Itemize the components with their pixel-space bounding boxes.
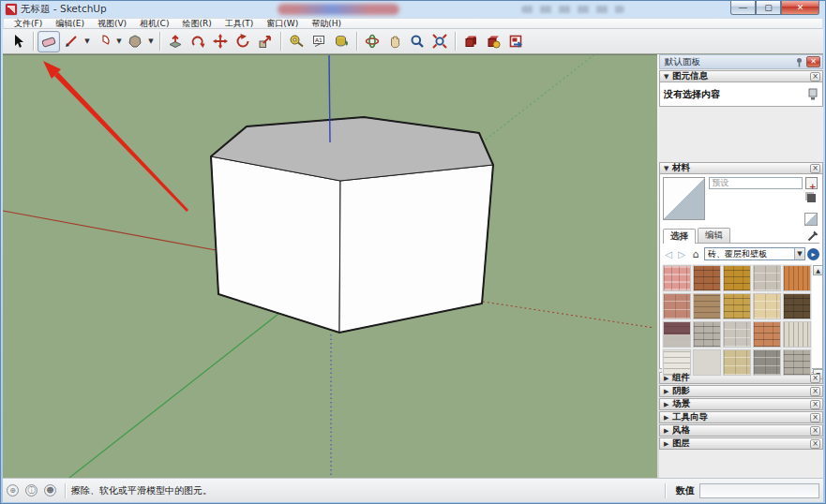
menu-item-edit[interactable]: 编辑(E) [49,18,91,30]
menu-item-window[interactable]: 窗口(W) [260,18,305,30]
components-section-header[interactable]: ▶组件× [659,372,823,384]
forward-arrow-icon[interactable]: ▷ [676,249,687,259]
status-hint-text: 擦除、软化或平滑模型中的图元。 [71,484,663,497]
menu-item-tools[interactable]: 工具(T) [218,18,261,30]
shape-tool-button[interactable] [124,31,146,52]
back-arrow-icon[interactable]: ◁ [663,249,674,259]
tab-edit[interactable]: 编辑 [698,228,730,243]
material-swatch-9[interactable] [753,293,781,319]
line-dropdown-arrow[interactable]: ▼ [83,31,92,52]
styles-section-header[interactable]: ▶风格× [659,424,823,437]
scenes-section-header[interactable]: ▶场景× [659,398,823,410]
tape-measure-tool-button[interactable] [285,31,308,52]
instructor-close-icon[interactable]: × [810,413,820,422]
orbit-tool-button[interactable] [361,31,383,52]
measurements-input[interactable] [699,483,819,498]
scenes-close-icon[interactable]: × [810,400,820,409]
model-front-left-face[interactable] [211,156,340,333]
home-icon[interactable]: ⌂ [689,248,702,260]
material-swatch-11[interactable] [663,321,691,348]
menu-item-file[interactable]: 文件(F) [8,18,49,30]
menu-item-view[interactable]: 视图(V) [91,18,133,30]
3d-warehouse-tool-button[interactable] [459,31,482,52]
paint-bucket-icon [334,34,349,49]
geolocate-icon[interactable]: ⊕ [7,484,19,497]
follow-me-tool-button[interactable] [187,31,209,52]
components-close-icon[interactable]: × [810,374,820,383]
material-name-field[interactable] [709,177,803,189]
material-swatch-1[interactable] [663,265,691,291]
arc-tool-button[interactable] [92,31,114,52]
swatch-scrollbar[interactable]: ▲ ▼ [813,265,823,379]
material-swatch-5[interactable] [783,265,811,291]
modeling-viewport[interactable] [3,54,657,478]
close-button[interactable]: ✕ [781,1,819,15]
material-swatch-12[interactable] [693,321,721,348]
pan-tool-button[interactable] [383,31,406,52]
entity-info-close-icon[interactable]: × [810,72,820,82]
create-material-icon[interactable] [805,177,818,189]
scale-tool-button[interactable] [254,31,277,52]
line-tool-button[interactable] [60,31,83,52]
scroll-up-icon[interactable]: ▲ [813,265,823,275]
material-swatch-10[interactable] [783,293,811,319]
minimize-button[interactable]: ― [730,1,756,15]
pin-icon[interactable] [794,57,804,67]
select-tool-button[interactable] [7,31,29,52]
model-front-right-face[interactable] [339,165,493,333]
layers-close-icon[interactable]: × [810,439,820,449]
main-area: 默认面板 ✕ ▼ 图元信息 × 没有选择内容 ▼ [3,54,823,478]
credit-icon[interactable]: ⓘ [25,484,38,497]
annotation-arrow [43,61,188,212]
secondary-pane-icon[interactable] [805,192,818,204]
materials-header[interactable]: ▼ 材料 × [659,162,823,174]
shadows-close-icon[interactable]: × [810,387,820,396]
shadows-section-header[interactable]: ▶阴影× [659,385,823,397]
material-swatch-3[interactable] [723,265,751,291]
rotate-tool-button[interactable] [232,31,254,52]
material-swatch-14[interactable] [753,321,781,348]
material-swatch-6[interactable] [663,293,691,319]
zoom-extents-tool-button[interactable] [428,31,451,52]
arc-dropdown-arrow[interactable]: ▼ [114,31,124,52]
material-swatch-2[interactable] [693,265,721,291]
move-tool-button[interactable] [209,31,232,52]
materials-close-icon[interactable]: × [810,164,820,173]
material-swatch-13[interactable] [723,321,751,348]
zoom-icon [410,34,425,49]
details-menu-icon[interactable]: ▸ [807,248,819,260]
share-model-tool-button[interactable] [482,31,504,52]
active-material-preview[interactable] [663,177,705,220]
eyedropper-icon[interactable] [806,230,819,243]
material-swatch-15[interactable] [783,321,811,348]
toolbar-separator [356,32,357,51]
collection-dropdown[interactable]: 砖、覆层和壁板 ▼ [704,247,805,260]
maximize-button[interactable]: ▢ [756,1,781,15]
material-swatch-4[interactable] [753,265,781,291]
shape-dropdown-arrow[interactable]: ▼ [146,31,156,52]
toolbar-separator [33,32,34,51]
material-swatch-7[interactable] [693,293,721,319]
push-pull-tool-button[interactable] [164,31,187,52]
eraser-tool-button[interactable] [38,31,60,52]
extension-warehouse-tool-button[interactable] [504,31,527,52]
text-tool-button[interactable]: A1 [308,31,330,52]
menu-item-help[interactable]: 帮助(H) [305,18,348,30]
entity-info-header[interactable]: ▼ 图元信息 × [659,70,823,82]
paint-bucket-tool-button[interactable] [330,31,353,52]
instructor-section-header[interactable]: ▶工具向导× [659,411,823,423]
entity-info-body: 没有选择内容 [659,82,823,107]
menu-item-camera[interactable]: 相机(C) [133,18,175,30]
zoom-tool-button[interactable] [406,31,428,52]
title-bar[interactable]: 无标题 - SketchUp ― ▢ ✕ [1,1,825,18]
material-swatch-8[interactable] [723,293,751,319]
signin-user-icon[interactable]: ☻ [44,484,56,497]
menu-item-draw[interactable]: 绘图(R) [175,18,218,30]
layers-section-header[interactable]: ▶图层× [659,437,823,450]
default-material-swatch[interactable] [804,213,818,226]
styles-close-icon[interactable]: × [810,426,820,436]
details-toggle-icon[interactable] [807,88,818,100]
tab-select[interactable]: 选择 [663,229,696,244]
tray-close-icon[interactable]: ✕ [806,56,820,67]
green-axis-solid [69,314,278,478]
